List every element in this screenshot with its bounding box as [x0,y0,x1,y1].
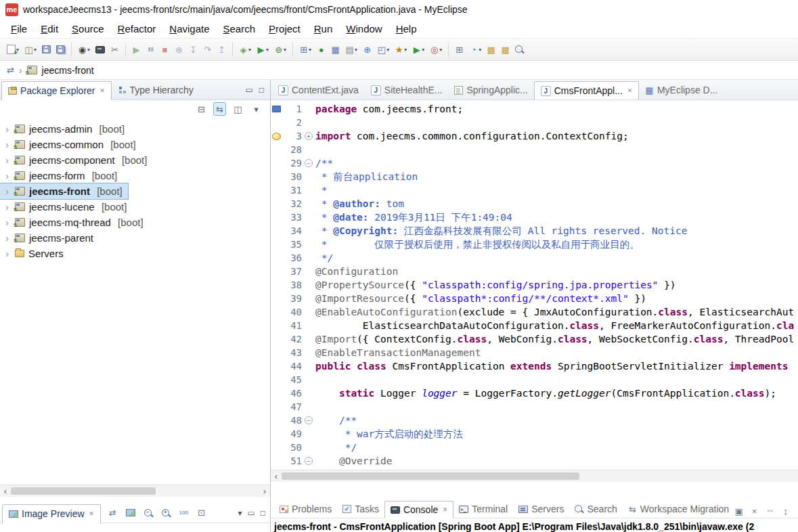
dropdown-caret-icon[interactable]: ▾ [439,47,442,53]
code-line[interactable]: 45 [271,373,798,386]
code-line[interactable]: 50 */ [271,441,798,454]
link-icon[interactable]: ⇄ [107,507,118,519]
code-line[interactable]: 33 * @date: 2019年3月11日 下午1:49:04 [271,210,798,224]
dropdown-caret-icon[interactable]: ▾ [34,47,37,53]
tree-item-jeecms-parent[interactable]: ›jeecms-parent [0,230,99,246]
tree-item-servers[interactable]: ›Servers [0,246,69,261]
dropdown-caret-icon[interactable]: ▾ [479,47,481,53]
close-icon[interactable]: × [443,505,447,514]
dropdown-caret-icon[interactable]: ▾ [309,47,311,53]
dropdown-caret-icon[interactable]: ▾ [266,47,269,53]
tab-console[interactable]: Console× [384,501,453,518]
fold-toggle-icon[interactable]: − [302,159,315,167]
display-selected-console-icon[interactable]: ▣ [734,506,743,516]
dropdown-caret-icon[interactable]: ▾ [404,47,407,53]
zoom-in-icon[interactable] [160,507,172,519]
tab-contentext-java[interactable]: ContentExt.java [272,81,365,99]
quality-button[interactable]: ◎▾ [428,41,444,58]
code-line[interactable]: 40@EnableAutoConfiguration(exclude = { J… [271,305,798,319]
code-line[interactable]: 29−/** [271,156,798,170]
code-tools-button[interactable]: ✂ [108,41,121,58]
code-line[interactable]: 28 [271,143,798,156]
tab-package-explorer[interactable]: Package Explorer× [1,81,112,100]
run-server-button[interactable]: ▶▾ [410,41,426,58]
account-button[interactable]: ◉▾ [76,41,92,58]
tab-servers[interactable]: Servers [513,500,569,518]
step-over-button[interactable]: ↷ [201,41,214,58]
tree-item-jeecms-form[interactable]: ›jeecms-form [boot] [0,168,123,183]
sync-button[interactable]: ◔▾ [467,41,483,58]
tab-image-preview[interactable]: Image Preview× [2,504,101,524]
tab-sitehealthe[interactable]: SiteHealthE... [365,81,449,99]
maximize-icon[interactable]: □ [261,508,265,518]
step-return-button[interactable]: ↥ [215,41,228,58]
browse-packages-button[interactable]: ▩ [499,41,512,58]
menu-window[interactable]: Window [339,21,389,37]
menu-edit[interactable]: Edit [34,21,65,37]
tree-item-jeecms-front[interactable]: ›jeecms-front [boot] [0,183,128,199]
code-line[interactable]: 41 ElasticsearchDataAutoConfiguration.cl… [271,319,798,332]
expand-arrow-icon[interactable]: › [3,217,11,228]
code-editor[interactable]: 1package com.jeecms.front;23+import com.… [271,100,798,470]
tab-type-hierarchy[interactable]: Type Hierarchy [112,81,200,99]
dropdown-caret-icon[interactable]: ▾ [284,47,286,53]
maximize-icon[interactable]: □ [259,85,264,95]
scrollbar-thumb[interactable] [11,487,156,495]
fold-toggle-icon[interactable]: − [302,457,315,465]
terminate-button[interactable]: ■ [158,41,171,58]
scroll-lock-icon[interactable]: ↨ [781,506,790,516]
tree-item-jeecms-mq-thread[interactable]: ›jeecms-mq-thread [boot] [0,215,149,230]
new-wizard-button[interactable]: ▾ [5,41,21,58]
disconnect-button[interactable]: ⊗ [173,41,185,58]
tab-myeclipse-d[interactable]: ▦MyEclipse D... [639,81,724,99]
collapse-all-icon[interactable]: ⊟ [196,103,207,115]
code-line[interactable]: 36 */ [271,251,798,265]
tab-search[interactable]: Search [569,500,622,518]
code-line[interactable]: 32 * @author: tom [271,197,798,210]
tree-item-jeecms-component[interactable]: ›jeecms-component [boot] [0,152,152,168]
breadcrumb-project[interactable]: jeecms-front [42,65,94,76]
tree-horizontal-scrollbar[interactable]: ‹ › [0,485,270,497]
dropdown-caret-icon[interactable]: ▾ [386,47,389,53]
tab-workspace-migration[interactable]: ⇆Workspace Migration [623,500,734,518]
matrix-button[interactable]: ▦ [329,41,342,58]
code-line[interactable]: 1package com.jeecms.front; [271,102,798,116]
editor-horizontal-scrollbar[interactable]: ‹ [271,470,798,482]
expand-arrow-icon[interactable]: › [3,123,11,135]
menu-navigate[interactable]: Navigate [162,21,216,37]
menu-refactor[interactable]: Refactor [111,21,163,37]
menu-file[interactable]: File [4,21,34,37]
link-with-editor-icon[interactable]: ⇆ [214,103,225,115]
view-menu-icon[interactable]: ▾ [250,103,262,115]
code-line[interactable]: 2 [271,116,798,129]
tab-cmsfrontappl[interactable]: CmsFrontAppl...× [534,81,639,100]
step-into-button[interactable]: ↧ [187,41,200,58]
menu-run[interactable]: Run [307,21,340,37]
close-icon[interactable]: × [100,86,105,95]
new-menu-button[interactable]: ◫▾ [22,41,39,58]
expand-arrow-icon[interactable]: › [3,248,11,259]
code-line[interactable]: 47 [271,400,798,414]
run-button[interactable]: ▶▾ [254,41,271,58]
java-browsing-button[interactable]: ⊞▾ [297,41,313,58]
fold-toggle-icon[interactable]: + [302,132,315,140]
code-line[interactable]: 51− @Override [271,454,798,468]
code-line[interactable]: 3+import com.jeecms.common.configuration… [271,129,798,143]
browser-button[interactable]: ◰▾ [375,41,391,58]
expand-arrow-icon[interactable]: › [3,185,11,197]
expand-arrow-icon[interactable]: › [3,232,11,244]
open-packages-button[interactable]: ▩ [485,41,497,58]
code-line[interactable]: 44public class CmsFrontApplication exten… [271,359,798,373]
tab-terminal[interactable]: Terminal [453,500,513,518]
zoom-out-icon[interactable] [143,507,154,519]
web-button[interactable]: ⊕ [361,41,374,58]
menu-project[interactable]: Project [262,21,307,37]
coverage-button[interactable]: ◈▾ [237,41,253,58]
selection-icon[interactable]: ⊡ [196,507,207,519]
code-line[interactable]: 35 * 仅限于授权后使用，禁止非授权传阅以及私自用于商业目的。 [271,238,798,251]
expand-arrow-icon[interactable]: › [3,139,11,150]
scroll-left-icon[interactable]: ‹ [271,470,282,482]
remove-all-terminated-icon[interactable]: ×× [766,506,774,516]
tab-springapplic[interactable]: SpringApplic... [448,81,533,99]
menu-search[interactable]: Search [217,21,263,37]
